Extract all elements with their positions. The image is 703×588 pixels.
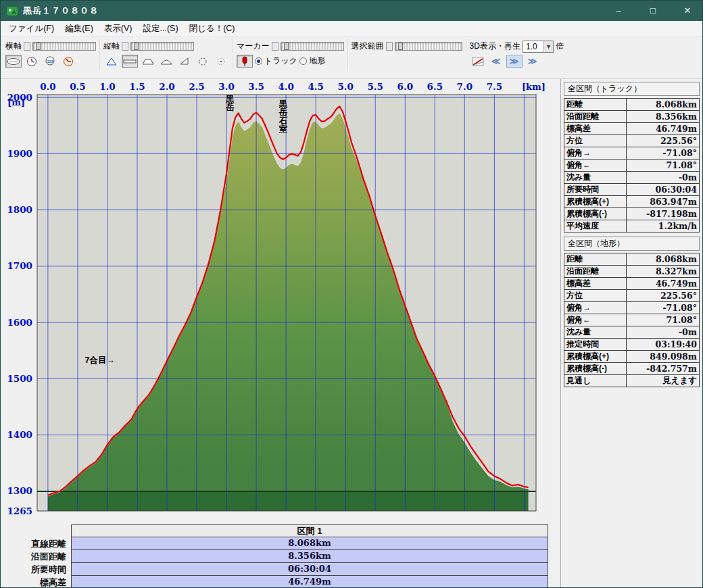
stat-value: -842.757m [627,363,700,375]
stat-value: 03:19:40 [627,339,700,351]
stats-row: 平均速度1.2km/h [564,220,700,232]
dome-profile-icon-button[interactable] [158,55,174,68]
stat-label: 俯角→ [564,302,627,314]
main-area: 2000190018001700160015001400130012650.00… [1,79,702,588]
stat-value: 71.08° [627,160,700,172]
haxis-slider-knob [36,43,41,50]
x-tick-label: 4.0 [278,81,294,92]
section-summary-table: 区間 1直線距離8.068km沿面距離8.356km所要時間06:30:04標高… [2,524,560,588]
x-tick-label: 7.5 [487,81,503,92]
haxis-slider-reset-button[interactable] [24,42,30,51]
x-tick-label: 2.5 [189,81,205,92]
marker-slider-reset-button[interactable] [272,42,278,51]
angle-icon [179,57,190,66]
selection-range-slider[interactable] [395,42,462,51]
y-axis-unit: [m] [7,97,25,107]
play-button[interactable]: ≫ [506,55,523,68]
summary-value: 06:30:04 [71,563,548,576]
playback-speed-value: 1.0 [523,42,543,51]
stat-label: 距離 [564,99,627,111]
stat-label: 方位 [564,290,627,302]
marker-slider-knob [284,43,289,50]
fast-forward-icon: ≫ [528,56,537,66]
rewind-button[interactable]: ≪ [488,55,504,68]
summary-row-label: 直線距離 [2,537,71,550]
stats-row: 方位225.56° [564,290,700,302]
toolbar: 横軸 123 縦軸 [1,37,702,79]
stats-row: 距離8.068km [564,253,700,266]
stats-row: 累積標高(+)849.098m [564,351,700,363]
menu-item[interactable]: 表示(V) [99,21,138,36]
menu-item[interactable]: 設定...(S) [137,21,183,36]
stat-value: 863.947m [627,196,700,208]
summary-value: 8.356km [71,550,548,563]
stats-row: 俯角→-71.08° [564,302,700,314]
play-icon: ≫ [510,56,519,66]
stats-row: 沿面距離8.356km [564,111,700,123]
stat-label: 沈み量 [564,326,627,339]
angle-icon-button[interactable] [176,55,193,68]
y-tick-label: 1600 [7,317,32,328]
svg-text:123: 123 [47,59,53,63]
compass-123-icon-button[interactable]: 123 [42,55,58,68]
vaxis-zoom-slider[interactable] [130,42,194,51]
stat-value: 849.098m [627,351,700,363]
menu-item[interactable]: 閉じる！(C) [184,21,241,36]
flat-profile-icon-button[interactable] [122,55,138,68]
chart-annotation: 7合目→ [85,356,115,365]
haxis-zoom-slider[interactable] [32,42,96,51]
speed-clock-icon-button[interactable] [60,55,76,68]
fast-forward-button[interactable]: ≫ [525,55,541,68]
titlebar: 黒岳１７０８０８ – □ ✕ [1,1,702,21]
marker-pin-button[interactable] [237,55,253,68]
stat-label: 累積標高(+) [564,351,627,363]
slope-view-icon [472,57,484,66]
stat-value: 06:30:04 [627,184,700,196]
summary-row-label [2,524,71,537]
stats-table: 距離8.068km沿面距離8.327km標高差46.749m方位225.56°俯… [564,253,700,387]
radio-track[interactable]: トラック [255,55,297,67]
stat-value: 8.327km [627,266,700,278]
app-window: 黒岳１７０８０８ – □ ✕ ファイル(F)編集(E)表示(V)設定...(S)… [0,0,703,588]
view3d-label: 3D表示・再生 [470,41,520,52]
trapezoid-profile-icon-button[interactable] [140,55,156,68]
summary-header: 区間 1 [71,524,548,537]
stat-value: 225.56° [627,135,700,147]
menu-item[interactable]: 編集(E) [59,21,99,36]
stats-row: 推定時間03:19:40 [564,339,700,351]
stat-label: 累積標高(-) [564,363,627,375]
minimize-button[interactable]: – [604,1,633,21]
elevation-profile-chart[interactable]: 2000190018001700160015001400130012650.00… [2,80,547,520]
stat-label: 距離 [564,253,627,266]
summary-value: 8.068km [71,537,548,550]
stat-label: 累積標高(+) [564,196,627,208]
y-tick-label: 1300 [7,485,32,496]
mountain-profile-icon-button[interactable] [103,55,120,68]
rewind-icon: ≪ [491,56,501,66]
close-button[interactable]: ✕ [673,1,702,21]
dotted-circle-icon-button[interactable] [195,55,211,68]
clock-icon-button[interactable] [24,55,40,68]
ruler-icon-button[interactable] [5,55,22,68]
vaxis-slider-reset-button[interactable] [122,42,128,51]
stats-row: 俯角←71.08° [564,314,700,326]
dome-profile-icon [160,57,173,66]
stat-value: 71.08° [627,314,700,326]
playback-speed-select[interactable]: 1.0 ▼ [523,41,554,53]
stats-row: 累積標高(+)863.947m [564,196,700,208]
radio-terrain[interactable]: 地形 [299,55,325,67]
stat-label: 累積標高(-) [564,208,627,220]
haxis-label: 横軸 [5,41,22,52]
maximize-button[interactable]: □ [638,1,668,21]
slope-view-icon-button[interactable] [470,55,486,68]
menu-item[interactable]: ファイル(F) [3,21,59,36]
stats-row: 沈み量-0m [564,326,700,339]
marker-position-slider[interactable] [281,42,344,51]
selection-slider-reset-button[interactable] [386,42,393,51]
stat-label: 平均速度 [564,220,627,232]
stat-value: 1.2km/h [627,220,700,232]
stat-value: 8.356km [627,111,700,123]
dotted-circle-2-icon-button[interactable] [213,55,229,68]
flat-profile-icon [123,58,137,65]
x-tick-label: 0.0 [40,81,56,92]
